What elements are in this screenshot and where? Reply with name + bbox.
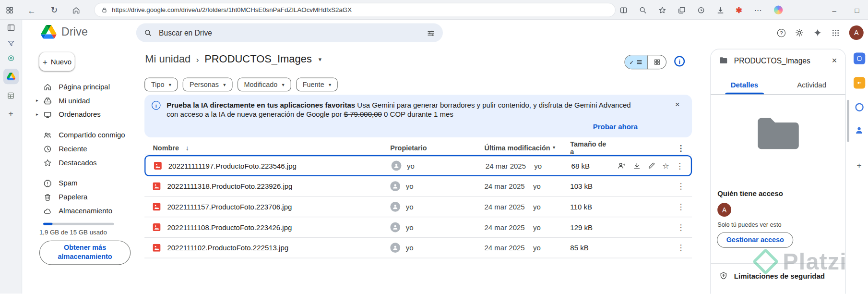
apps-tool-icon[interactable]: [7, 54, 14, 62]
rail-add-icon[interactable]: +: [8, 109, 13, 118]
refresh-icon[interactable]: ↻: [49, 5, 59, 15]
apps-grid-icon[interactable]: [832, 28, 840, 37]
settings-gear-icon[interactable]: [795, 28, 804, 37]
search-icon[interactable]: [144, 28, 152, 37]
sidebar-item-recent[interactable]: Reciente: [22, 142, 136, 156]
file-name: 20221111318.ProductoFoto.223926.jpg: [167, 182, 292, 190]
filter-chip-source[interactable]: Fuente▾: [296, 78, 338, 92]
breadcrumb-root[interactable]: Mi unidad: [145, 53, 190, 65]
sidebar-item-storage[interactable]: Almacenamiento: [22, 204, 136, 218]
drive-app-tile[interactable]: [3, 69, 18, 84]
image-file-icon: [153, 183, 160, 190]
row-kebab-icon[interactable]: ⋮: [677, 182, 685, 190]
banner-close-icon[interactable]: ×: [675, 99, 680, 109]
get-more-storage-button[interactable]: Obtener más almacenamiento: [39, 241, 131, 265]
split-screen-icon[interactable]: [619, 6, 628, 14]
row-kebab-icon[interactable]: ⋮: [677, 223, 685, 232]
column-modified[interactable]: Última modificación: [484, 144, 550, 151]
home-icon[interactable]: [72, 6, 80, 14]
url-input[interactable]: [112, 7, 608, 13]
sidebar-add-icon[interactable]: +: [856, 160, 861, 170]
table-row[interactable]: 20221111318.ProductoFoto.223926.jpg yo 2…: [144, 176, 692, 197]
new-button[interactable]: + Nuevo: [39, 52, 75, 71]
row-kebab-icon[interactable]: ⋮: [677, 243, 685, 252]
sidebar-item-computers[interactable]: ▸ Ordenadores: [22, 108, 136, 122]
table-row-selected[interactable]: 202211111197.ProductoFoto.223546.jpg yo …: [144, 155, 692, 176]
filter-chip-people[interactable]: Personas▾: [183, 78, 232, 92]
table-row[interactable]: 20221111157.ProductoFoto.223706.jpg yo 2…: [144, 197, 692, 218]
sidebar-item-trash[interactable]: Papelera: [22, 190, 136, 204]
sidebar-app-orange-tile[interactable]: [853, 77, 865, 88]
grid-view-button[interactable]: [647, 55, 666, 69]
header-kebab-icon[interactable]: ⋮: [677, 143, 685, 152]
download-icon[interactable]: [633, 161, 641, 170]
folder-menu-caret-icon[interactable]: ▾: [319, 56, 321, 63]
downloads-icon[interactable]: [716, 6, 725, 14]
table-row[interactable]: 2022111102.ProductoFoto.222513.jpg yo 24…: [144, 238, 692, 258]
favorites-star-icon[interactable]: [658, 6, 666, 14]
manage-access-button[interactable]: Gestionar acceso: [717, 232, 793, 247]
cloud-icon: [43, 207, 52, 215]
drive-brand[interactable]: Drive: [41, 25, 88, 39]
minimize-button[interactable]: –: [826, 0, 843, 20]
filter-chip-type[interactable]: Tipo▾: [144, 78, 178, 92]
modified-by: yo: [533, 244, 541, 252]
info-icon: i: [152, 101, 160, 110]
search-options-icon[interactable]: [427, 28, 435, 37]
browser-menu-icon[interactable]: ⋯: [753, 6, 763, 14]
account-avatar[interactable]: A: [849, 25, 864, 40]
column-owner[interactable]: Propietario: [390, 144, 427, 151]
workspaces-icon[interactable]: [6, 6, 14, 14]
sort-arrow-icon[interactable]: ↓: [186, 144, 189, 151]
sidebar-item-my-drive[interactable]: ▸ Mi unidad: [22, 94, 136, 108]
url-bar[interactable]: [94, 3, 616, 17]
sidebar-item-shared[interactable]: Compartido conmigo: [22, 128, 136, 142]
copilot-icon[interactable]: [774, 6, 783, 14]
details-info-icon[interactable]: i: [674, 56, 685, 67]
search-zoom-icon[interactable]: [639, 6, 647, 14]
access-heading: Quién tiene acceso: [717, 190, 783, 198]
try-now-link[interactable]: Probar ahora: [593, 122, 638, 131]
table-row[interactable]: 20221111108.ProductoFoto.223426.jpg yo 2…: [144, 217, 692, 238]
back-icon[interactable]: ←: [26, 5, 36, 15]
edge-left-rail: +: [0, 20, 22, 294]
sidebar-app-ring-icon[interactable]: [855, 103, 863, 111]
expander-icon[interactable]: ▸: [36, 98, 38, 103]
sidebar-item-starred[interactable]: Destacados: [22, 156, 136, 170]
search-bar[interactable]: [136, 23, 443, 42]
column-name[interactable]: Nombre: [153, 144, 178, 151]
collections-icon[interactable]: [678, 6, 686, 14]
pages-panel-icon[interactable]: [6, 23, 15, 32]
tab-details[interactable]: Detalles: [711, 76, 778, 94]
extension-icon[interactable]: ✱: [736, 6, 742, 14]
help-icon[interactable]: ?: [777, 28, 785, 37]
rename-pencil-icon[interactable]: [648, 162, 655, 170]
tab-activity[interactable]: Actividad: [778, 76, 845, 94]
access-avatar[interactable]: A: [717, 203, 731, 217]
breadcrumb-current[interactable]: PRODUCTOS_Images: [204, 53, 312, 65]
sidebar-app-blue-tile[interactable]: [853, 53, 865, 64]
sheets-tool-icon[interactable]: [7, 91, 15, 99]
row-kebab-icon[interactable]: ⋮: [677, 202, 685, 211]
star-icon[interactable]: ☆: [662, 161, 669, 170]
gemini-sparkle-icon[interactable]: [813, 28, 822, 37]
scrollbar-thumb[interactable]: [847, 100, 849, 142]
sidebar-item-home[interactable]: Página principal: [22, 80, 136, 94]
security-section[interactable]: Limitaciones de seguridad: [711, 263, 845, 281]
drive-logo: [41, 25, 56, 39]
history-icon[interactable]: [697, 6, 705, 14]
modified-date: 24 mar 2025: [486, 161, 526, 170]
file-size: 85 kB: [570, 244, 612, 252]
details-close-icon[interactable]: ×: [832, 55, 837, 65]
expander-icon[interactable]: ▸: [36, 112, 38, 117]
search-input[interactable]: [159, 28, 420, 37]
filter-tool-icon[interactable]: [7, 39, 14, 47]
sidebar-item-spam[interactable]: Spam: [22, 176, 136, 190]
maximize-button[interactable]: □: [849, 0, 866, 20]
column-size[interactable]: Tamaño de a: [570, 140, 606, 155]
share-icon[interactable]: [618, 161, 626, 170]
row-kebab-icon[interactable]: ⋮: [676, 161, 684, 170]
sidebar-app-person-icon[interactable]: [855, 126, 863, 135]
filter-chip-modified[interactable]: Modificado▾: [238, 78, 291, 92]
list-view-button[interactable]: ✓: [625, 55, 647, 69]
